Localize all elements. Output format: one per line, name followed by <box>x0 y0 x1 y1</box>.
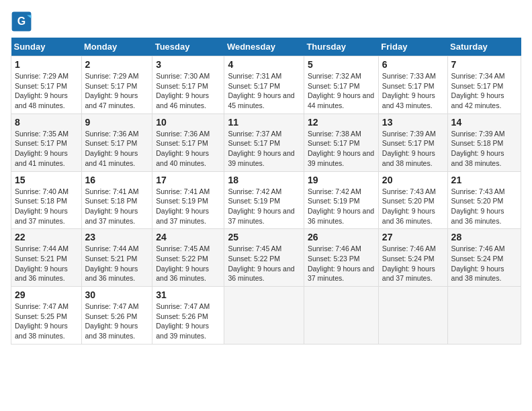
day-info: Sunrise: 7:32 AMSunset: 5:17 PMDaylight:… <box>308 72 374 109</box>
calendar-day-cell: 1Sunrise: 7:29 AMSunset: 5:17 PMDaylight… <box>11 56 82 114</box>
day-info: Sunrise: 7:36 AMSunset: 5:17 PMDaylight:… <box>156 130 210 167</box>
day-number: 12 <box>308 117 375 128</box>
day-info: Sunrise: 7:42 AMSunset: 5:19 PMDaylight:… <box>228 187 294 225</box>
day-info: Sunrise: 7:39 AMSunset: 5:18 PMDaylight:… <box>451 130 505 167</box>
col-header-monday: Monday <box>81 38 152 56</box>
calendar-day-cell: 2Sunrise: 7:29 AMSunset: 5:17 PMDaylight… <box>81 56 152 114</box>
calendar-day-cell: 15Sunrise: 7:40 AMSunset: 5:18 PMDayligh… <box>11 171 82 229</box>
calendar-day-cell: 25Sunrise: 7:45 AMSunset: 5:22 PMDayligh… <box>224 229 304 287</box>
day-info: Sunrise: 7:46 AMSunset: 5:24 PMDaylight:… <box>382 244 436 282</box>
calendar-day-cell: 20Sunrise: 7:43 AMSunset: 5:20 PMDayligh… <box>378 171 447 229</box>
day-number: 25 <box>228 232 300 242</box>
day-info: Sunrise: 7:44 AMSunset: 5:21 PMDaylight:… <box>85 244 139 282</box>
svg-text:G: G <box>17 15 26 27</box>
day-number: 13 <box>382 117 444 128</box>
calendar-day-cell: 7Sunrise: 7:34 AMSunset: 5:17 PMDaylight… <box>447 56 521 114</box>
col-header-thursday: Thursday <box>304 38 378 56</box>
day-number: 16 <box>85 175 149 185</box>
calendar-day-cell: 22Sunrise: 7:44 AMSunset: 5:21 PMDayligh… <box>11 229 82 287</box>
day-number: 3 <box>156 59 220 70</box>
calendar-day-cell: 24Sunrise: 7:45 AMSunset: 5:22 PMDayligh… <box>152 229 224 287</box>
day-number: 30 <box>85 289 149 300</box>
calendar-day-cell: 29Sunrise: 7:47 AMSunset: 5:25 PMDayligh… <box>11 287 82 345</box>
calendar-empty-cell <box>304 287 378 345</box>
day-info: Sunrise: 7:45 AMSunset: 5:22 PMDaylight:… <box>156 244 210 282</box>
day-number: 22 <box>15 232 78 242</box>
calendar-day-cell: 12Sunrise: 7:38 AMSunset: 5:17 PMDayligh… <box>304 113 378 171</box>
day-number: 19 <box>308 175 375 185</box>
day-number: 9 <box>85 117 149 128</box>
day-number: 10 <box>156 117 220 128</box>
day-info: Sunrise: 7:47 AMSunset: 5:26 PMDaylight:… <box>85 302 139 340</box>
day-number: 18 <box>228 175 300 185</box>
calendar-week-row: 8Sunrise: 7:35 AMSunset: 5:17 PMDaylight… <box>11 113 521 171</box>
calendar-day-cell: 10Sunrise: 7:36 AMSunset: 5:17 PMDayligh… <box>152 113 224 171</box>
day-number: 5 <box>308 59 375 70</box>
day-info: Sunrise: 7:35 AMSunset: 5:17 PMDaylight:… <box>15 130 69 167</box>
calendar-day-cell: 6Sunrise: 7:33 AMSunset: 5:17 PMDaylight… <box>378 56 447 114</box>
calendar-day-cell: 4Sunrise: 7:31 AMSunset: 5:17 PMDaylight… <box>224 56 304 114</box>
calendar-day-cell: 18Sunrise: 7:42 AMSunset: 5:19 PMDayligh… <box>224 171 304 229</box>
day-info: Sunrise: 7:47 AMSunset: 5:25 PMDaylight:… <box>15 302 69 340</box>
day-number: 28 <box>451 232 517 242</box>
calendar-day-cell: 13Sunrise: 7:39 AMSunset: 5:17 PMDayligh… <box>378 113 447 171</box>
day-info: Sunrise: 7:41 AMSunset: 5:19 PMDaylight:… <box>156 187 210 225</box>
calendar-day-cell: 28Sunrise: 7:46 AMSunset: 5:24 PMDayligh… <box>447 229 521 287</box>
calendar-week-row: 15Sunrise: 7:40 AMSunset: 5:18 PMDayligh… <box>11 171 521 229</box>
calendar-day-cell: 17Sunrise: 7:41 AMSunset: 5:19 PMDayligh… <box>152 171 224 229</box>
day-info: Sunrise: 7:46 AMSunset: 5:24 PMDaylight:… <box>451 244 505 282</box>
calendar-day-cell: 16Sunrise: 7:41 AMSunset: 5:18 PMDayligh… <box>81 171 152 229</box>
day-info: Sunrise: 7:46 AMSunset: 5:23 PMDaylight:… <box>308 244 374 282</box>
day-info: Sunrise: 7:38 AMSunset: 5:17 PMDaylight:… <box>308 130 374 167</box>
col-header-sunday: Sunday <box>11 38 82 56</box>
day-info: Sunrise: 7:36 AMSunset: 5:17 PMDaylight:… <box>85 130 139 167</box>
day-info: Sunrise: 7:44 AMSunset: 5:21 PMDaylight:… <box>15 244 69 282</box>
calendar-day-cell: 3Sunrise: 7:30 AMSunset: 5:17 PMDaylight… <box>152 56 224 114</box>
col-header-wednesday: Wednesday <box>224 38 304 56</box>
day-number: 31 <box>156 289 220 300</box>
day-number: 20 <box>382 175 444 185</box>
calendar-body: 1Sunrise: 7:29 AMSunset: 5:17 PMDaylight… <box>11 56 521 345</box>
calendar-day-cell: 26Sunrise: 7:46 AMSunset: 5:23 PMDayligh… <box>304 229 378 287</box>
day-number: 24 <box>156 232 220 242</box>
day-info: Sunrise: 7:43 AMSunset: 5:20 PMDaylight:… <box>382 187 436 225</box>
day-info: Sunrise: 7:29 AMSunset: 5:17 PMDaylight:… <box>15 72 69 109</box>
day-info: Sunrise: 7:34 AMSunset: 5:17 PMDaylight:… <box>451 72 505 109</box>
calendar-day-cell: 27Sunrise: 7:46 AMSunset: 5:24 PMDayligh… <box>378 229 447 287</box>
day-number: 21 <box>451 175 517 185</box>
logo: G <box>11 11 35 32</box>
day-number: 17 <box>156 175 220 185</box>
day-number: 4 <box>228 59 300 70</box>
day-number: 29 <box>15 289 78 300</box>
day-info: Sunrise: 7:47 AMSunset: 5:26 PMDaylight:… <box>156 302 210 340</box>
day-info: Sunrise: 7:45 AMSunset: 5:22 PMDaylight:… <box>228 244 294 282</box>
calendar-week-row: 22Sunrise: 7:44 AMSunset: 5:21 PMDayligh… <box>11 229 521 287</box>
calendar-empty-cell <box>447 287 521 345</box>
day-info: Sunrise: 7:41 AMSunset: 5:18 PMDaylight:… <box>85 187 139 225</box>
day-number: 11 <box>228 117 300 128</box>
day-info: Sunrise: 7:29 AMSunset: 5:17 PMDaylight:… <box>85 72 139 109</box>
day-number: 7 <box>451 59 517 70</box>
calendar-empty-cell <box>378 287 447 345</box>
calendar-day-cell: 21Sunrise: 7:43 AMSunset: 5:20 PMDayligh… <box>447 171 521 229</box>
calendar-table: SundayMondayTuesdayWednesdayThursdayFrid… <box>11 38 521 345</box>
calendar-day-cell: 5Sunrise: 7:32 AMSunset: 5:17 PMDaylight… <box>304 56 378 114</box>
col-header-tuesday: Tuesday <box>152 38 224 56</box>
calendar-day-cell: 9Sunrise: 7:36 AMSunset: 5:17 PMDaylight… <box>81 113 152 171</box>
calendar-day-cell: 8Sunrise: 7:35 AMSunset: 5:17 PMDaylight… <box>11 113 82 171</box>
day-info: Sunrise: 7:39 AMSunset: 5:17 PMDaylight:… <box>382 130 436 167</box>
day-info: Sunrise: 7:40 AMSunset: 5:18 PMDaylight:… <box>15 187 69 225</box>
logo-icon: G <box>11 11 32 32</box>
calendar-week-row: 29Sunrise: 7:47 AMSunset: 5:25 PMDayligh… <box>11 287 521 345</box>
col-header-friday: Friday <box>378 38 447 56</box>
day-number: 2 <box>85 59 149 70</box>
day-info: Sunrise: 7:31 AMSunset: 5:17 PMDaylight:… <box>228 72 294 109</box>
calendar-header-row: SundayMondayTuesdayWednesdayThursdayFrid… <box>11 38 521 56</box>
col-header-saturday: Saturday <box>447 38 521 56</box>
day-number: 23 <box>85 232 149 242</box>
day-info: Sunrise: 7:33 AMSunset: 5:17 PMDaylight:… <box>382 72 436 109</box>
day-number: 1 <box>15 59 78 70</box>
day-number: 27 <box>382 232 444 242</box>
day-number: 26 <box>308 232 375 242</box>
day-info: Sunrise: 7:30 AMSunset: 5:17 PMDaylight:… <box>156 72 210 109</box>
